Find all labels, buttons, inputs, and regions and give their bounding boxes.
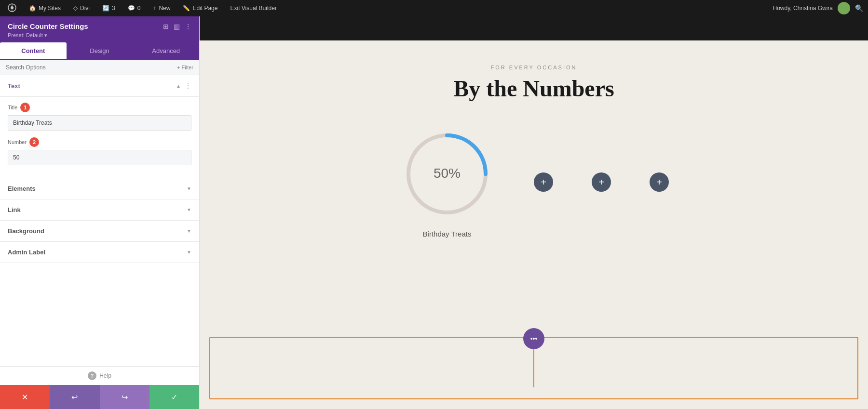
undo-button[interactable]: ↩ [50,385,99,409]
canvas-top-bar [200,16,868,40]
divi-icon: ◇ [73,5,78,12]
plus-icon: + [153,5,156,12]
elements-chevron-down-icon: ▼ [187,186,191,191]
redo-icon: ↪ [122,393,128,402]
link-section-title: Link [8,206,21,213]
panel-header: Circle Counter Settings ⊞ ▥ ⋮ Preset: De… [0,16,199,42]
exit-builder-button[interactable]: Exit Visual Builder [227,0,280,16]
exit-builder-label: Exit Visual Builder [230,5,277,12]
section-heading: By the Numbers [453,75,614,102]
bubble-count: 0 [137,5,141,12]
search-bar: + Filter [0,60,199,75]
elements-section-title: Elements [8,185,36,192]
title-input[interactable] [8,115,191,131]
cancel-button[interactable]: ✕ [0,385,50,409]
bubble-icon: 💬 [128,5,135,12]
filter-button[interactable]: + Filter [177,65,193,70]
link-chevron-down-icon: ▼ [187,207,191,212]
tab-design[interactable]: Design [67,42,133,59]
elements-section-header[interactable]: Elements ▼ [0,178,199,199]
admin-label-chevron-down-icon: ▼ [187,250,191,255]
number-input[interactable] [8,150,191,165]
pencil-icon: ✏️ [183,5,190,12]
quote-button[interactable]: ••• [523,328,544,349]
search-icon[interactable]: 🔍 [855,4,863,12]
circle-svg: 50% [399,126,495,222]
undo-icon: ↩ [71,393,78,402]
divi-label: Divi [80,5,90,12]
help-icon: ? [88,371,96,380]
counters-row: 50% Birthday Treats + + + [244,126,823,238]
bubble-button[interactable]: 💬 0 [125,0,144,16]
text-section-menu-icon[interactable]: ⋮ [185,82,191,90]
refresh-icon: 🔄 [102,5,109,12]
background-section-title: Background [8,227,44,235]
search-input[interactable] [6,64,177,71]
panel-title-row: Circle Counter Settings ⊞ ▥ ⋮ [8,22,191,30]
circle-counter-label: Birthday Treats [423,230,472,238]
edit-page-label: Edit Page [192,5,217,12]
bottom-divider [533,349,534,387]
save-icon: ✓ [171,393,177,402]
user-greeting: Howdy, Christina Gwira [773,5,833,12]
title-field-label: Title 1 [8,103,191,112]
new-button[interactable]: + New [150,0,173,16]
number-field-label: Number 2 [8,137,191,147]
filter-label: + Filter [177,65,193,70]
my-sites-button[interactable]: 🏠 My Sites [26,0,64,16]
admin-bar: 🏠 My Sites ◇ Divi 🔄 3 💬 0 + New ✏️ Edit … [0,0,868,16]
add-counter-button-3[interactable]: + [650,172,669,192]
columns-icon[interactable]: ▥ [174,23,180,30]
panel-title: Circle Counter Settings [8,22,88,30]
new-label: New [159,5,170,12]
admin-label-section: Admin Label ▼ [0,242,199,263]
main-area: Circle Counter Settings ⊞ ▥ ⋮ Preset: De… [0,16,868,409]
home-icon: 🏠 [29,5,36,12]
comments-count: 3 [112,5,115,12]
dots-icon: ••• [530,335,538,343]
add-counter-button-2[interactable]: + [592,172,611,192]
cancel-icon: ✕ [22,393,28,402]
resize-icon[interactable]: ⊞ [163,23,169,30]
admin-label-section-header[interactable]: Admin Label ▼ [0,242,199,263]
numbers-section: FOR EVERY OCCASION By the Numbers [200,40,868,337]
text-chevron-up-icon: ▲ [176,83,181,89]
edit-page-button[interactable]: ✏️ Edit Page [180,0,220,16]
background-section-header[interactable]: Background ▼ [0,221,199,241]
background-section: Background ▼ [0,221,199,242]
circle-svg-container: 50% [399,126,495,222]
panel-footer: ? Help [0,366,199,385]
text-section-controls: ▲ ⋮ [176,82,191,90]
canvas-area: FOR EVERY OCCASION By the Numbers [200,16,868,409]
comments-button[interactable]: 🔄 3 [99,0,118,16]
title-field-row: Title 1 [8,103,191,131]
user-avatar [838,2,850,14]
text-section-content: Title 1 Number 2 [0,97,199,178]
redo-button[interactable]: ↪ [100,385,149,409]
circle-counter-1: 50% Birthday Treats [399,126,495,238]
section-subtitle: FOR EVERY OCCASION [491,65,577,70]
panel-title-icons: ⊞ ▥ ⋮ [163,23,191,30]
text-section-header[interactable]: Text ▲ ⋮ [0,75,199,97]
wp-logo-icon [8,3,16,13]
my-sites-label: My Sites [39,5,61,12]
menu-icon[interactable]: ⋮ [185,23,191,30]
save-button[interactable]: ✓ [149,385,199,409]
tab-advanced[interactable]: Advanced [133,42,199,59]
link-section-header[interactable]: Link ▼ [0,199,199,220]
wp-logo-button[interactable] [5,0,19,16]
help-button[interactable]: ? Help [88,371,111,380]
text-section: Text ▲ ⋮ Title 1 [0,75,199,178]
panel-content: Text ▲ ⋮ Title 1 [0,75,199,366]
preset-label[interactable]: Preset: Default [8,32,191,39]
admin-bar-right: Howdy, Christina Gwira 🔍 [773,2,863,14]
elements-section: Elements ▼ [0,178,199,199]
action-bar: ✕ ↩ ↪ ✓ [0,385,199,409]
background-chevron-down-icon: ▼ [187,228,191,234]
add-counter-button-1[interactable]: + [534,172,553,192]
admin-label-section-title: Admin Label [8,249,45,256]
tab-content[interactable]: Content [0,42,67,59]
left-panel: Circle Counter Settings ⊞ ▥ ⋮ Preset: De… [0,16,200,409]
divi-button[interactable]: ◇ Divi [70,0,93,16]
page-canvas: FOR EVERY OCCASION By the Numbers [200,40,868,409]
